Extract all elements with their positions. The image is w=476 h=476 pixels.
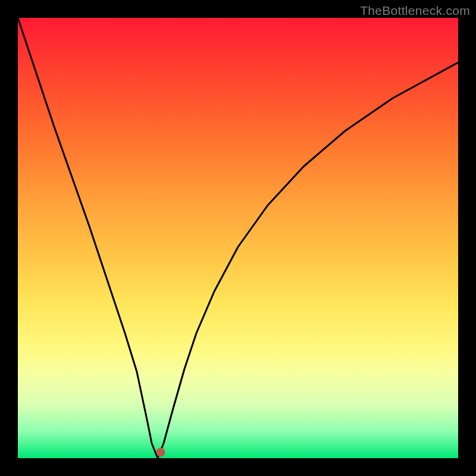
curve-path — [18, 18, 458, 458]
plot-area — [18, 18, 458, 458]
outer-frame: TheBottleneck.com — [0, 0, 476, 476]
current-point-marker — [156, 448, 165, 457]
watermark-text: TheBottleneck.com — [360, 4, 470, 18]
bottleneck-curve — [18, 18, 458, 458]
